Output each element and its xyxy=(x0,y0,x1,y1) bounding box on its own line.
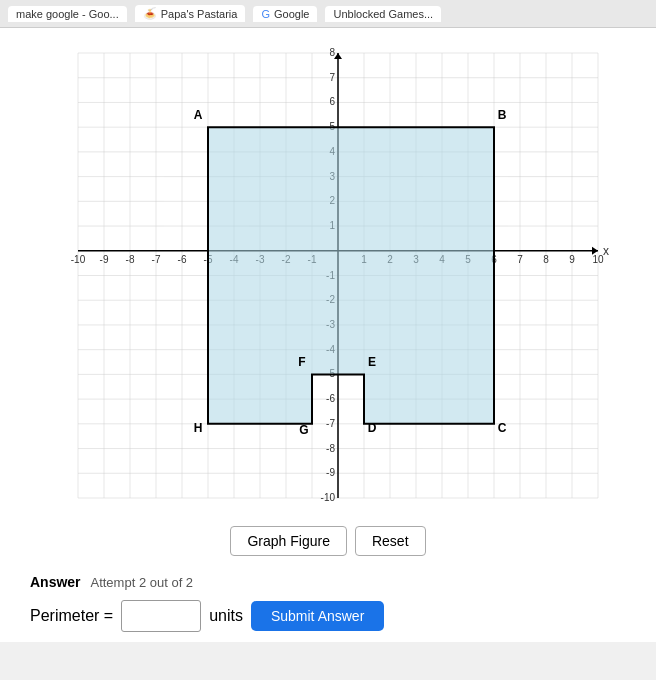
attempt-label: Attempt 2 out of 2 xyxy=(90,575,193,590)
buttons-row: Graph Figure Reset xyxy=(230,526,425,556)
browser-bar: make google - Goo... 🍝 Papa's Pastaria G… xyxy=(0,0,656,28)
tab-2[interactable]: 🍝 Papa's Pastaria xyxy=(135,5,246,22)
graph-canvas xyxy=(38,38,618,518)
tab-1[interactable]: make google - Goo... xyxy=(8,6,127,22)
tab-3[interactable]: G Google xyxy=(253,6,317,22)
graph-wrapper xyxy=(38,38,618,518)
answer-label: Answer Attempt 2 out of 2 xyxy=(30,574,626,590)
graph-figure-button[interactable]: Graph Figure xyxy=(230,526,346,556)
answer-section: Answer Attempt 2 out of 2 Perimeter = un… xyxy=(10,574,646,632)
perimeter-row: Perimeter = units Submit Answer xyxy=(30,600,626,632)
perimeter-label: Perimeter = xyxy=(30,607,113,625)
tab-4[interactable]: Unblocked Games... xyxy=(325,6,441,22)
reset-button[interactable]: Reset xyxy=(355,526,426,556)
submit-answer-button[interactable]: Submit Answer xyxy=(251,601,384,631)
perimeter-input[interactable] xyxy=(121,600,201,632)
page-content: Graph Figure Reset Answer Attempt 2 out … xyxy=(0,28,656,642)
units-label: units xyxy=(209,607,243,625)
